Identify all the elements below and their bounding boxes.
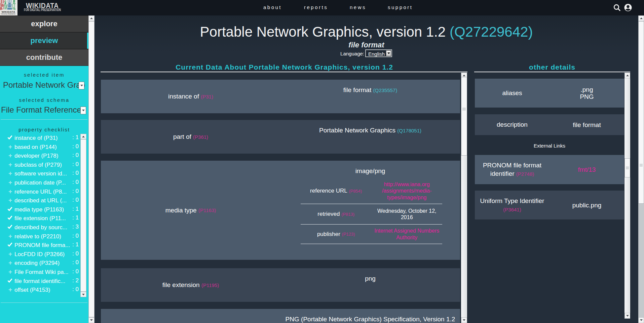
svg-text:FOR DIGITAL PRESERVATION: FOR DIGITAL PRESERVATION: [1, 13, 15, 15]
svg-text:WIKIDATA: WIKIDATA: [2, 10, 15, 13]
